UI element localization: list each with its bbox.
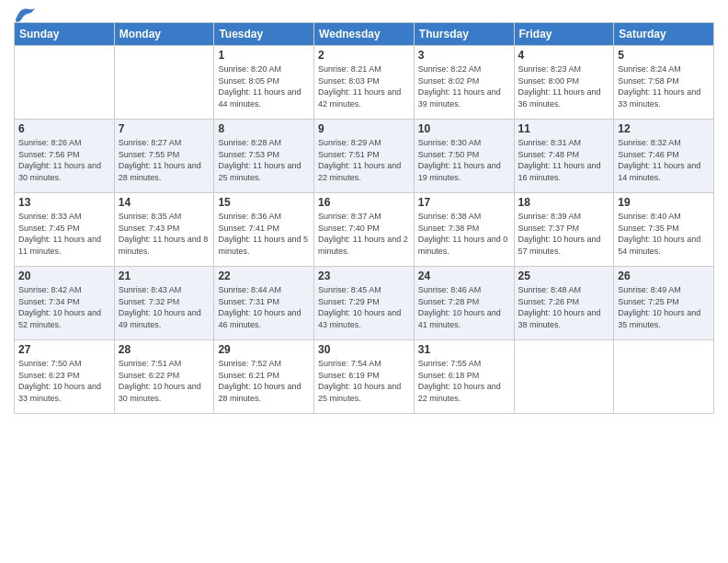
day-number: 10 [418, 122, 510, 135]
day-info: Sunrise: 8:32 AMSunset: 7:46 PMDaylight:… [618, 137, 710, 183]
day-cell: 7Sunrise: 8:27 AMSunset: 7:55 PMDaylight… [114, 120, 214, 193]
day-number: 3 [418, 49, 510, 62]
day-cell: 18Sunrise: 8:39 AMSunset: 7:37 PMDayligh… [514, 193, 614, 267]
day-cell: 10Sunrise: 8:30 AMSunset: 7:50 PMDayligh… [414, 120, 514, 193]
day-info: Sunrise: 8:49 AMSunset: 7:25 PMDaylight:… [618, 284, 710, 330]
day-cell: 2Sunrise: 8:21 AMSunset: 8:03 PMDaylight… [314, 46, 415, 120]
day-info: Sunrise: 8:38 AMSunset: 7:38 PMDaylight:… [418, 211, 510, 257]
logo-bird-icon [15, 6, 35, 22]
day-cell: 11Sunrise: 8:31 AMSunset: 7:48 PMDayligh… [514, 120, 614, 193]
week-row-4: 20Sunrise: 8:42 AMSunset: 7:34 PMDayligh… [15, 267, 714, 340]
day-info: Sunrise: 7:55 AMSunset: 6:18 PMDaylight:… [418, 358, 510, 404]
day-info: Sunrise: 8:22 AMSunset: 8:02 PMDaylight:… [418, 63, 510, 109]
day-number: 2 [318, 49, 410, 62]
week-row-5: 27Sunrise: 7:50 AMSunset: 6:23 PMDayligh… [15, 340, 714, 414]
col-friday: Friday [514, 23, 614, 46]
day-cell: 31Sunrise: 7:55 AMSunset: 6:18 PMDayligh… [414, 340, 514, 414]
day-info: Sunrise: 8:23 AMSunset: 8:00 PMDaylight:… [518, 63, 610, 109]
day-info: Sunrise: 7:51 AMSunset: 6:22 PMDaylight:… [119, 358, 210, 404]
day-number: 27 [18, 343, 110, 356]
day-info: Sunrise: 8:31 AMSunset: 7:48 PMDaylight:… [518, 137, 610, 183]
col-thursday: Thursday [414, 23, 514, 46]
day-info: Sunrise: 8:29 AMSunset: 7:51 PMDaylight:… [318, 137, 410, 183]
day-info: Sunrise: 7:52 AMSunset: 6:21 PMDaylight:… [218, 358, 310, 404]
day-cell: 27Sunrise: 7:50 AMSunset: 6:23 PMDayligh… [15, 340, 115, 414]
day-info: Sunrise: 8:30 AMSunset: 7:50 PMDaylight:… [418, 137, 510, 183]
day-info: Sunrise: 8:42 AMSunset: 7:34 PMDaylight:… [18, 284, 110, 330]
day-info: Sunrise: 8:37 AMSunset: 7:40 PMDaylight:… [318, 211, 410, 257]
day-cell: 24Sunrise: 8:46 AMSunset: 7:28 PMDayligh… [414, 267, 514, 340]
day-number: 26 [618, 270, 710, 282]
day-cell [114, 46, 214, 120]
day-number: 24 [418, 270, 510, 282]
day-number: 8 [218, 122, 310, 135]
col-sunday: Sunday [15, 23, 115, 46]
day-number: 7 [119, 122, 210, 135]
day-cell [15, 46, 115, 120]
day-cell: 25Sunrise: 8:48 AMSunset: 7:26 PMDayligh… [514, 267, 614, 340]
day-number: 31 [418, 343, 510, 356]
day-cell: 22Sunrise: 8:44 AMSunset: 7:31 PMDayligh… [214, 267, 314, 340]
col-wednesday: Wednesday [314, 23, 415, 46]
day-number: 17 [418, 196, 510, 209]
col-saturday: Saturday [614, 23, 714, 46]
day-info: Sunrise: 8:26 AMSunset: 7:56 PMDaylight:… [18, 137, 110, 183]
day-cell: 5Sunrise: 8:24 AMSunset: 7:58 PMDaylight… [614, 46, 714, 120]
day-cell: 13Sunrise: 8:33 AMSunset: 7:45 PMDayligh… [15, 193, 115, 267]
header-row: Sunday Monday Tuesday Wednesday Thursday… [15, 23, 714, 46]
day-info: Sunrise: 7:50 AMSunset: 6:23 PMDaylight:… [18, 358, 110, 404]
day-info: Sunrise: 8:40 AMSunset: 7:35 PMDaylight:… [618, 211, 710, 257]
day-number: 23 [318, 270, 410, 282]
col-tuesday: Tuesday [214, 23, 314, 46]
day-cell: 26Sunrise: 8:49 AMSunset: 7:25 PMDayligh… [614, 267, 714, 340]
day-number: 30 [318, 343, 410, 356]
day-number: 1 [218, 49, 310, 62]
day-info: Sunrise: 8:24 AMSunset: 7:58 PMDaylight:… [618, 63, 710, 109]
day-info: Sunrise: 8:21 AMSunset: 8:03 PMDaylight:… [318, 63, 410, 109]
day-info: Sunrise: 8:36 AMSunset: 7:41 PMDaylight:… [218, 211, 310, 257]
day-cell: 28Sunrise: 7:51 AMSunset: 6:22 PMDayligh… [114, 340, 214, 414]
day-number: 6 [18, 122, 110, 135]
day-cell: 9Sunrise: 8:29 AMSunset: 7:51 PMDaylight… [314, 120, 415, 193]
day-number: 9 [318, 122, 410, 135]
day-cell [614, 340, 714, 414]
day-info: Sunrise: 8:27 AMSunset: 7:55 PMDaylight:… [119, 137, 210, 183]
day-number: 19 [618, 196, 710, 209]
day-cell: 17Sunrise: 8:38 AMSunset: 7:38 PMDayligh… [414, 193, 514, 267]
day-cell: 30Sunrise: 7:54 AMSunset: 6:19 PMDayligh… [314, 340, 415, 414]
day-info: Sunrise: 8:43 AMSunset: 7:32 PMDaylight:… [119, 284, 210, 330]
day-number: 14 [119, 196, 210, 209]
col-monday: Monday [114, 23, 214, 46]
day-number: 13 [18, 196, 110, 209]
day-number: 5 [618, 49, 710, 62]
day-cell: 19Sunrise: 8:40 AMSunset: 7:35 PMDayligh… [614, 193, 714, 267]
day-cell: 3Sunrise: 8:22 AMSunset: 8:02 PMDaylight… [414, 46, 514, 120]
day-cell [514, 340, 614, 414]
day-info: Sunrise: 8:46 AMSunset: 7:28 PMDaylight:… [418, 284, 510, 330]
day-info: Sunrise: 8:39 AMSunset: 7:37 PMDaylight:… [518, 211, 610, 257]
day-number: 4 [518, 49, 610, 62]
day-number: 12 [618, 122, 710, 135]
day-info: Sunrise: 8:28 AMSunset: 7:53 PMDaylight:… [218, 137, 310, 183]
day-cell: 16Sunrise: 8:37 AMSunset: 7:40 PMDayligh… [314, 193, 415, 267]
day-number: 16 [318, 196, 410, 209]
page: Sunday Monday Tuesday Wednesday Thursday… [0, 0, 728, 563]
day-cell: 23Sunrise: 8:45 AMSunset: 7:29 PMDayligh… [314, 267, 415, 340]
day-cell: 12Sunrise: 8:32 AMSunset: 7:46 PMDayligh… [614, 120, 714, 193]
day-number: 28 [119, 343, 210, 356]
day-cell: 4Sunrise: 8:23 AMSunset: 8:00 PMDaylight… [514, 46, 614, 120]
day-cell: 15Sunrise: 8:36 AMSunset: 7:41 PMDayligh… [214, 193, 314, 267]
week-row-3: 13Sunrise: 8:33 AMSunset: 7:45 PMDayligh… [15, 193, 714, 267]
day-cell: 20Sunrise: 8:42 AMSunset: 7:34 PMDayligh… [15, 267, 115, 340]
day-info: Sunrise: 7:54 AMSunset: 6:19 PMDaylight:… [318, 358, 410, 404]
header [14, 9, 714, 18]
day-number: 20 [18, 270, 110, 282]
day-number: 11 [518, 122, 610, 135]
calendar-table: Sunday Monday Tuesday Wednesday Thursday… [14, 22, 714, 414]
day-number: 22 [218, 270, 310, 282]
day-info: Sunrise: 8:20 AMSunset: 8:05 PMDaylight:… [218, 63, 310, 109]
day-info: Sunrise: 8:48 AMSunset: 7:26 PMDaylight:… [518, 284, 610, 330]
day-number: 15 [218, 196, 310, 209]
day-number: 29 [218, 343, 310, 356]
day-info: Sunrise: 8:44 AMSunset: 7:31 PMDaylight:… [218, 284, 310, 330]
